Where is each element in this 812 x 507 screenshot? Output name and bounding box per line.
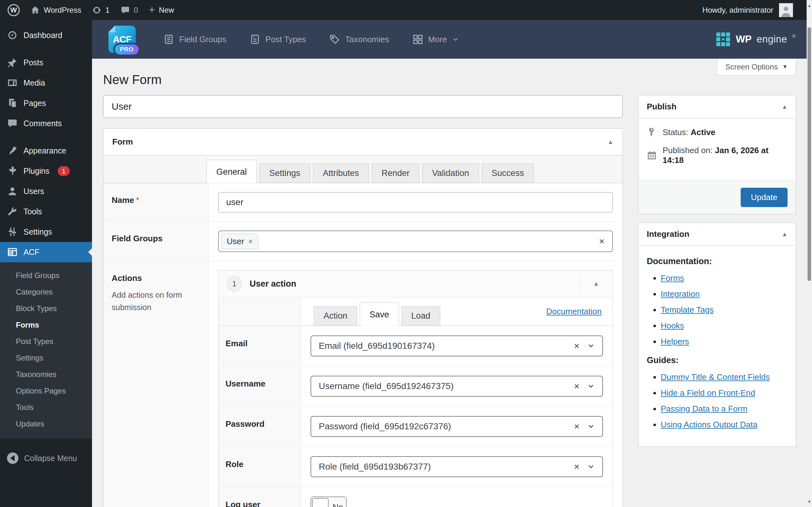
doc-link-hooks[interactable]: Hooks xyxy=(661,321,684,330)
screen-options-button[interactable]: Screen Options ▼ xyxy=(717,59,796,75)
submenu-options-pages[interactable]: Options Pages xyxy=(0,383,92,399)
select-clear-icon[interactable]: × xyxy=(574,421,580,432)
select-clear-icon[interactable]: × xyxy=(574,461,580,472)
tab-settings[interactable]: Settings xyxy=(260,164,310,183)
nav-taxonomies[interactable]: Taxonomies xyxy=(329,34,389,45)
nav-more[interactable]: More xyxy=(412,34,459,45)
scrollbar-thumb[interactable] xyxy=(808,27,811,281)
submenu-tools[interactable]: Tools xyxy=(0,399,92,416)
acf-grid-icon xyxy=(7,247,18,258)
status-value: Active xyxy=(691,127,715,137)
site-name-link[interactable]: WordPress xyxy=(31,5,81,15)
update-button[interactable]: Update xyxy=(741,188,788,207)
doc-link-helpers[interactable]: Helpers xyxy=(661,337,689,346)
submenu-updates[interactable]: Updates xyxy=(0,416,92,432)
guide-link-hide-field[interactable]: Hide a Field on Front-End xyxy=(661,388,755,398)
select-chevron-icon[interactable] xyxy=(587,342,595,350)
new-content-button[interactable]: + New xyxy=(149,5,174,15)
submenu-forms-active[interactable]: Forms xyxy=(0,317,92,333)
submenu-categories[interactable]: Categories xyxy=(0,284,92,300)
submenu-taxonomies[interactable]: Taxonomies xyxy=(0,366,92,383)
tab-attributes[interactable]: Attributes xyxy=(313,164,369,183)
status-key-icon xyxy=(647,127,657,137)
howdy-account-link[interactable]: Howdy, administrator xyxy=(702,6,773,14)
submenu-field-groups[interactable]: Field Groups xyxy=(0,267,92,284)
form-metabox: Form ▲ General Settings Attributes Rende… xyxy=(103,128,622,507)
email-label: Email xyxy=(225,339,248,348)
sliders-icon xyxy=(7,226,18,237)
sidebar-item-media[interactable]: Media xyxy=(0,73,92,93)
submenu-settings[interactable]: Settings xyxy=(0,350,92,366)
updates-count: 1 xyxy=(105,6,109,14)
sidebar-item-pages[interactable]: Pages xyxy=(0,93,92,113)
field-groups-label: Field Groups xyxy=(112,234,162,243)
select-clear-icon[interactable]: × xyxy=(574,381,580,392)
collapse-menu-button[interactable]: Collapse Menu xyxy=(0,448,92,468)
role-row: Role Role (field_695d193b67377) × xyxy=(219,446,612,487)
select-clear-icon[interactable]: × xyxy=(599,236,605,247)
new-label: New xyxy=(159,6,174,14)
role-label: Role xyxy=(225,459,243,469)
tab-validation[interactable]: Validation xyxy=(422,164,479,183)
sidebar-item-users[interactable]: Users xyxy=(0,181,92,201)
sidebar-item-dashboard[interactable]: Dashboard xyxy=(0,25,92,45)
tag-remove-icon[interactable]: × xyxy=(248,236,253,246)
log-user-toggle[interactable]: No xyxy=(311,497,347,507)
publish-collapse-icon[interactable]: ▲ xyxy=(781,103,788,110)
collapse-menu-label: Collapse Menu xyxy=(24,454,77,463)
submenu-post-types[interactable]: Post Types xyxy=(0,333,92,350)
select-clear-icon[interactable]: × xyxy=(574,341,580,351)
action-collapse-icon[interactable]: ▲ xyxy=(593,280,599,287)
admin-sidebar: Dashboard Posts Media Pages Comments xyxy=(0,20,92,507)
email-field-value: Email (field_695d190167374) xyxy=(319,341,574,351)
tab-action[interactable]: Action xyxy=(314,306,357,326)
avatar[interactable] xyxy=(779,3,793,17)
sidebar-item-settings[interactable]: Settings xyxy=(0,222,92,242)
acf-pro-logo[interactable]: ACF PRO xyxy=(108,26,136,53)
sidebar-label: Settings xyxy=(23,227,52,236)
tab-success[interactable]: Success xyxy=(482,164,534,183)
scrollbar-down-arrow[interactable]: ▼ xyxy=(807,496,812,507)
select-chevron-icon[interactable] xyxy=(587,463,595,470)
name-input[interactable] xyxy=(218,192,613,213)
scrollbar-up-arrow[interactable]: ▲ xyxy=(807,0,812,11)
guide-link-actions-output[interactable]: Using Actions Output Data xyxy=(661,420,757,429)
wp-logo-menu[interactable]: W xyxy=(8,4,20,16)
sidebar-item-posts[interactable]: Posts xyxy=(0,52,92,73)
form-title-input[interactable] xyxy=(103,95,622,118)
guide-link-dummy-title[interactable]: Dummy Title & Content Fields xyxy=(661,372,770,382)
email-field-select[interactable]: Email (field_695d190167374) × xyxy=(311,335,603,356)
username-field-select[interactable]: Username (field_695d192467375) × xyxy=(311,376,603,397)
integration-collapse-icon[interactable]: ▲ xyxy=(781,231,788,238)
toggle-knob xyxy=(312,498,329,507)
submenu-block-types[interactable]: Block Types xyxy=(0,300,92,317)
sidebar-item-appearance[interactable]: Appearance xyxy=(0,140,92,161)
doc-link-template-tags[interactable]: Template Tags xyxy=(661,305,714,315)
sidebar-item-tools[interactable]: Tools xyxy=(0,201,92,222)
nav-field-groups[interactable]: Field Groups xyxy=(163,34,226,45)
chevron-down-icon xyxy=(452,36,459,43)
tab-general[interactable]: General xyxy=(207,160,257,183)
tab-save[interactable]: Save xyxy=(360,302,399,326)
nav-post-types[interactable]: Post Types xyxy=(249,34,306,45)
tab-render[interactable]: Render xyxy=(372,164,420,183)
page-scrollbar[interactable]: ▲ ▼ xyxy=(807,0,812,507)
documentation-link[interactable]: Documentation xyxy=(546,306,602,317)
select-chevron-icon[interactable] xyxy=(587,382,595,390)
tab-load[interactable]: Load xyxy=(401,306,440,326)
sidebar-item-comments[interactable]: Comments xyxy=(0,113,92,133)
field-groups-select[interactable]: User × × xyxy=(218,230,613,252)
updates-link[interactable]: 1 xyxy=(92,5,109,15)
sidebar-item-acf[interactable]: ACF xyxy=(0,242,92,262)
password-field-select[interactable]: Password (field_695d192c67376) × xyxy=(311,416,603,437)
collapse-arrow-icon xyxy=(7,452,18,464)
comments-link[interactable]: 0 xyxy=(120,5,138,15)
form-panel-collapse-icon[interactable]: ▲ xyxy=(607,138,613,146)
guide-link-passing-data[interactable]: Passing Data to a Form xyxy=(661,404,747,413)
role-field-select[interactable]: Role (field_695d193b67377) × xyxy=(311,456,603,477)
select-chevron-icon[interactable] xyxy=(587,422,595,430)
sidebar-item-plugins[interactable]: Plugins 1 xyxy=(0,161,92,181)
plugins-update-badge: 1 xyxy=(58,166,70,176)
doc-link-integration[interactable]: Integration xyxy=(661,289,700,299)
doc-link-forms[interactable]: Forms xyxy=(661,273,684,283)
